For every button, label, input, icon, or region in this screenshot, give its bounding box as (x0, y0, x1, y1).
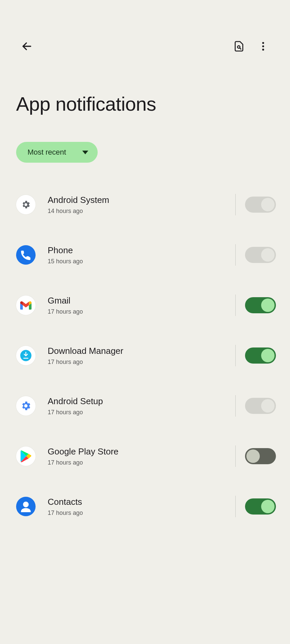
app-row-contacts[interactable]: Contacts 17 hours ago (0, 481, 290, 532)
notification-toggle[interactable] (245, 297, 276, 313)
overflow-menu-button[interactable] (251, 34, 275, 58)
app-name: Phone (48, 245, 221, 256)
app-icon-android-setup (16, 396, 36, 416)
sort-filter-chip[interactable]: Most recent (16, 142, 98, 163)
svg-point-10 (23, 502, 29, 507)
app-icon-contacts (16, 497, 36, 516)
page-title: App notifications (16, 93, 274, 115)
svg-point-3 (262, 42, 264, 44)
row-divider (235, 345, 236, 366)
contacts-icon (16, 497, 36, 516)
app-subtext: 17 hours ago (48, 409, 221, 416)
row-divider (235, 445, 236, 467)
sort-filter-label: Most recent (28, 148, 66, 157)
svg-point-5 (262, 49, 264, 51)
row-divider (235, 244, 236, 266)
app-row-gmail[interactable]: Gmail 17 hours ago (0, 280, 290, 330)
app-row-android-setup[interactable]: Android Setup 17 hours ago (0, 381, 290, 431)
app-icon-download-manager (16, 346, 36, 365)
app-name: Android Setup (48, 396, 221, 407)
app-subtext: 14 hours ago (48, 208, 221, 215)
notification-toggle[interactable] (245, 398, 276, 414)
app-icon-phone (16, 245, 36, 265)
search-settings-button[interactable] (227, 34, 251, 58)
notification-toggle[interactable] (245, 247, 276, 263)
row-divider (235, 294, 236, 316)
row-divider (235, 395, 236, 417)
notification-toggle[interactable] (245, 498, 276, 515)
app-row-android-system[interactable]: Android System 14 hours ago (0, 179, 290, 230)
app-row-phone[interactable]: Phone 15 hours ago (0, 230, 290, 280)
app-name: Download Manager (48, 345, 221, 357)
app-name: Android System (48, 195, 221, 206)
app-subtext: 17 hours ago (48, 509, 221, 517)
svg-point-4 (262, 45, 264, 47)
phone-icon (16, 245, 36, 265)
app-subtext: 17 hours ago (48, 359, 221, 366)
app-subtext: 17 hours ago (48, 308, 221, 315)
download-icon (19, 349, 33, 362)
back-button[interactable] (15, 34, 39, 58)
app-row-google-play-store[interactable]: Google Play Store 17 hours ago (0, 431, 290, 481)
play-store-icon (20, 450, 31, 462)
app-row-download-manager[interactable]: Download Manager 17 hours ago (0, 330, 290, 381)
arrow-left-icon (21, 41, 33, 52)
app-icon-android-system (16, 195, 36, 214)
notification-toggle[interactable] (245, 347, 276, 364)
app-subtext: 15 hours ago (48, 258, 221, 265)
svg-point-6 (16, 245, 36, 265)
app-name: Google Play Store (48, 446, 221, 458)
gmail-icon (20, 301, 32, 310)
settings-gear-icon (21, 200, 31, 210)
notification-toggle[interactable] (245, 197, 276, 213)
more-vert-icon (257, 41, 269, 52)
app-subtext: 17 hours ago (48, 459, 221, 466)
app-icon-gmail (16, 296, 36, 315)
setup-gear-icon (20, 400, 32, 412)
app-name: Gmail (48, 295, 221, 307)
app-name: Contacts (48, 496, 221, 508)
notification-toggle[interactable] (245, 448, 276, 464)
svg-line-2 (240, 48, 241, 49)
svg-rect-8 (23, 358, 29, 359)
app-icon-google-play (16, 446, 36, 466)
row-divider (235, 194, 236, 215)
row-divider (235, 496, 236, 517)
app-list: Android System 14 hours ago Phone 15 hou… (0, 179, 290, 532)
find-in-page-icon (233, 41, 245, 52)
chevron-down-icon (82, 151, 88, 154)
